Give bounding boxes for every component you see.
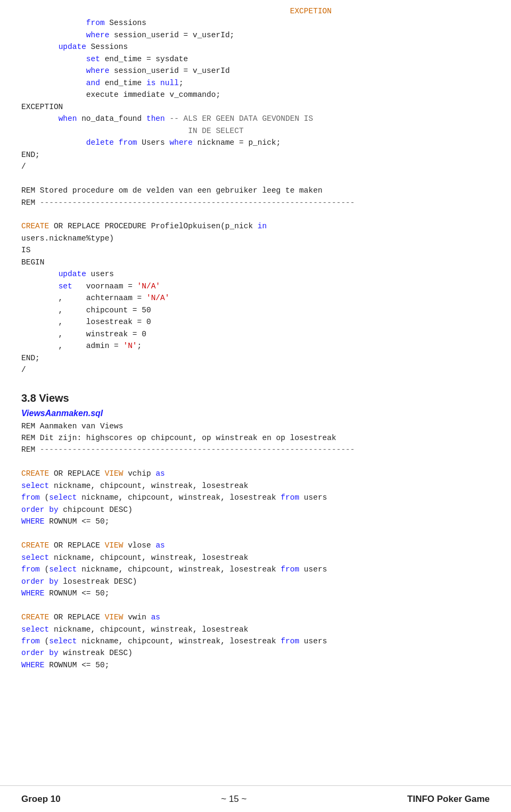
page-content: EXCPETION from Sessions where session_us… xyxy=(0,0,511,714)
footer: Groep 10 ~ 15 ~ TINFO Poker Game xyxy=(0,785,511,812)
code-block-top: EXCPETION from Sessions where session_us… xyxy=(21,5,490,376)
section-heading-3-8: 3.8 Views xyxy=(21,392,490,404)
footer-right: TINFO Poker Game xyxy=(407,794,490,805)
code-block-views: REM Aanmaken van Views REM Dit zijn: hig… xyxy=(21,420,490,672)
footer-center: ~ 15 ~ xyxy=(221,794,246,805)
footer-left: Groep 10 xyxy=(21,794,61,805)
file-heading-views: ViewsAanmaken.sql xyxy=(21,409,490,418)
